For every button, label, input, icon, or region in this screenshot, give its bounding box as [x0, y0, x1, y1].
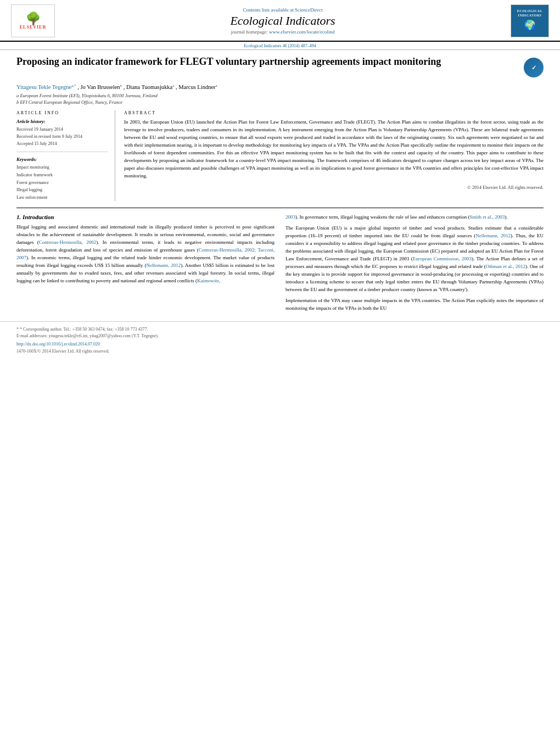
- abstract-text: In 2003, the European Union (EU) launche…: [124, 119, 544, 180]
- received-date: Received 19 January 2014: [16, 126, 108, 133]
- elsevier-logo: 🌳 ELSEVIER: [11, 4, 55, 37]
- info-divider: [16, 152, 108, 152]
- author-2: Jo Van Brusselenb: [80, 84, 123, 90]
- doi-link[interactable]: http://dx.doi.org/10.1016/j.ecolind.2014…: [16, 341, 544, 348]
- ref-othman[interactable]: Othman et al., 2012: [486, 264, 525, 269]
- ref-kaimowitz[interactable]: Kaimowitz,: [197, 278, 220, 283]
- intro-left-col: 1. Introduction Illegal logging and asso…: [16, 214, 275, 315]
- intro-right-para-1: 2003). In governance term, illegal loggi…: [285, 214, 544, 221]
- authors: Yitagesu Tekle Tegegnea,* , Jo Van Bruss…: [16, 83, 544, 90]
- ref-2003[interactable]: 2003: [285, 214, 295, 220]
- article-title: Proposing an indicator framework for FLE…: [16, 55, 516, 68]
- ref-ec-2003[interactable]: European Commission, 2003: [413, 256, 472, 261]
- abstract-col: ABSTRACT In 2003, the European Union (EU…: [124, 110, 544, 201]
- accepted-date: Accepted 15 July 2014: [16, 141, 108, 148]
- article-history-label: Article history:: [16, 119, 108, 124]
- affiliation-b: b EFI Central European Regional Office, …: [16, 99, 544, 106]
- journal-homepage-link[interactable]: www.elsevier.com/locate/ecolind: [269, 29, 334, 35]
- journal-title: Ecological Indicators: [66, 14, 500, 28]
- issn: 1470-160X/© 2014 Elsevier Ltd. All right…: [16, 348, 544, 355]
- badge-top-text: ECOLOGICAL INDICATORS: [517, 9, 542, 18]
- author-1: Yitagesu Tekle Tegegnea,*: [16, 84, 77, 90]
- keywords-label: Keywords:: [16, 157, 108, 162]
- article-footer: * * Corresponding author. Tel.: +358 50 …: [0, 321, 560, 360]
- article-info-label: ARTICLE INFO: [16, 110, 108, 115]
- footnote-corresponding: * * Corresponding author. Tel.: +358 50 …: [16, 326, 544, 333]
- keyword-2: Indicator framework: [16, 171, 108, 179]
- ref-nellemann-1[interactable]: Nellemann, 2012: [146, 263, 181, 268]
- copyright: © 2014 Elsevier Ltd. All rights reserved…: [124, 185, 544, 190]
- citation-bar: Ecological Indicators 46 (2014) 487–494: [0, 42, 560, 50]
- keyword-1: Impact monitoring: [16, 164, 108, 171]
- ref-contreras-2[interactable]: Contreras-Hermosilla, 2002; Tacconi, 200…: [16, 247, 275, 260]
- author-3: Diana Tuomasjukkaa: [126, 84, 176, 90]
- email-2-link[interactable]: yitag2007@yahoo.com: [89, 333, 131, 338]
- elsevier-tree-icon: 🌳: [26, 13, 41, 25]
- keyword-3: Forest governance: [16, 179, 108, 187]
- page-wrapper: 🌳 ELSEVIER Contents lists available at S…: [0, 0, 560, 742]
- introduction-section: 1. Introduction Illegal logging and asso…: [16, 214, 544, 315]
- intro-right-para-3: Implementation of the VPA may cause mult…: [285, 297, 544, 313]
- two-col-layout: ARTICLE INFO Article history: Received 1…: [16, 110, 544, 201]
- article-title-section: Proposing an indicator framework for FLE…: [16, 55, 544, 80]
- journal-homepage: journal homepage: www.elsevier.com/locat…: [66, 29, 500, 35]
- affiliations: a European Forest Institute (EFI), Yliop…: [16, 92, 544, 107]
- crossmark-badge[interactable]: ✓: [524, 58, 544, 77]
- ref-nellemann-2[interactable]: Nellemann, 2012: [475, 233, 511, 238]
- elsevier-logo-text: ELSEVIER: [20, 25, 46, 30]
- journal-header: 🌳 ELSEVIER Contents lists available at S…: [0, 0, 560, 42]
- intro-heading: 1. Introduction: [16, 214, 275, 220]
- intro-para-1: Illegal logging and associated domestic …: [16, 224, 275, 285]
- revised-date: Received in revised form 9 July 2014: [16, 133, 108, 141]
- email-1-link[interactable]: yitagesu.tekle@efi.int: [49, 333, 87, 338]
- badge-globe-icon: 🌍: [524, 19, 536, 31]
- keyword-4: Illegal logging: [16, 186, 108, 194]
- affiliation-a: a European Forest Institute (EFI), Yliop…: [16, 92, 544, 99]
- ref-contreras-1[interactable]: Contreras-Hermosilla, 2002: [39, 239, 97, 245]
- author-1-link[interactable]: Yitagesu Tekle Tegegne: [16, 84, 71, 90]
- ref-smith[interactable]: Smith et al., 2003: [469, 214, 505, 220]
- header-center: Contents lists available at ScienceDirec…: [55, 7, 511, 35]
- author-4: Marcus Lindnera: [178, 84, 217, 90]
- journal-badge: ECOLOGICAL INDICATORS 🌍: [511, 4, 549, 37]
- article-info-col: ARTICLE INFO Article history: Received 1…: [16, 110, 115, 201]
- email-addresses: E-mail addresses: yitagesu.tekle@efi.int…: [16, 333, 544, 340]
- sciencedirect-link[interactable]: Contents lists available at ScienceDirec…: [66, 7, 500, 13]
- intro-right-col: 2003). In governance term, illegal loggi…: [285, 214, 544, 315]
- section-divider: [16, 208, 544, 208]
- crossmark-icon: ✓: [531, 64, 536, 71]
- intro-right-para-2: The European Union (EU) is a major globa…: [285, 225, 544, 293]
- abstract-label: ABSTRACT: [124, 110, 544, 115]
- article-body: Proposing an indicator framework for FLE…: [0, 50, 560, 321]
- keyword-5: Law enforcement: [16, 194, 108, 202]
